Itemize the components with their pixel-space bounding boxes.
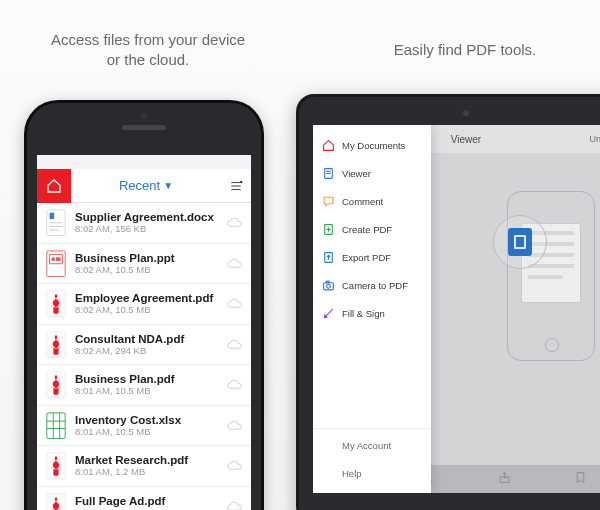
phone-device-frame: Recent ▼ Supplier Agreement.docx8:02 AM,… (24, 100, 264, 510)
file-row[interactable]: Full Page Ad.pdf8:01 AM, 10.5 MB (37, 487, 251, 511)
caption-left: Access files from your deviceor the clou… (28, 30, 268, 71)
sidebar-item-label: Comment (342, 196, 383, 207)
svg-point-11 (51, 257, 55, 261)
file-name: Employee Agreement.pdf (75, 292, 219, 304)
comment-icon (322, 195, 335, 208)
phone-statusbar (37, 155, 251, 169)
file-name: Inventory Cost.xlsx (75, 414, 219, 426)
doc-file-icon (45, 210, 67, 236)
caption-right: Easily find PDF tools. (360, 40, 570, 60)
pdf-file-icon (45, 453, 67, 479)
sidebar-item-home[interactable]: My Documents (313, 131, 431, 159)
file-name: Business Plan.ppt (75, 252, 219, 264)
cloud-icon (227, 379, 243, 390)
tablet-screen: dumentswhere n the Viewer. Fromen scroll… (313, 125, 600, 493)
sidebar-footer-item[interactable]: My Account (313, 431, 431, 459)
svg-rect-37 (326, 281, 329, 283)
sidebar-item-label: My Documents (342, 140, 405, 151)
phone-screen: Recent ▼ Supplier Agreement.docx8:02 AM,… (37, 155, 251, 510)
file-name: Consultant NDA.pdf (75, 333, 219, 345)
header-title-text: Recent (119, 178, 160, 193)
phone-camera-dot (141, 113, 148, 120)
sidebar-item-label: Viewer (342, 168, 371, 179)
file-row[interactable]: Market Research.pdf8:01 AM, 1.2 MB (37, 446, 251, 487)
sidebar-item-create[interactable]: Create PDF (313, 215, 431, 243)
sidebar-item-label: Create PDF (342, 224, 392, 235)
svg-point-3 (240, 180, 242, 182)
file-row[interactable]: Inventory Cost.xlsx8:01 AM, 10.5 MB (37, 406, 251, 447)
cloud-icon (227, 298, 243, 309)
fill-icon (322, 307, 335, 320)
sidebar-item-label: Export PDF (342, 252, 391, 263)
file-row[interactable]: Business Plan.ppt8:02 AM, 10.5 MB (37, 244, 251, 285)
cloud-icon (227, 420, 243, 431)
file-row[interactable]: Consultant NDA.pdf8:02 AM, 294 KB (37, 325, 251, 366)
file-row[interactable]: Business Plan.pdf8:01 AM, 10.5 MB (37, 365, 251, 406)
sidebar-item-comment[interactable]: Comment (313, 187, 431, 215)
tablet-device-frame: dumentswhere n the Viewer. Fromen scroll… (296, 94, 600, 510)
file-name: Business Plan.pdf (75, 373, 219, 385)
sidebar-item-viewer[interactable]: Viewer (313, 159, 431, 187)
pdf-file-icon (45, 372, 67, 398)
file-row[interactable]: Supplier Agreement.docx8:02 AM, 156 KB (37, 203, 251, 244)
cloud-icon (227, 258, 243, 269)
cloud-icon (227, 501, 243, 510)
sidebar-footer-item[interactable]: Help (313, 459, 431, 487)
file-meta: 8:01 AM, 1.2 MB (75, 466, 219, 477)
svg-rect-16 (47, 412, 65, 438)
chevron-down-icon: ▼ (163, 180, 173, 191)
home-button[interactable] (37, 169, 71, 203)
file-name: Market Research.pdf (75, 454, 219, 466)
tablet-camera-dot (463, 110, 469, 116)
svg-rect-35 (324, 282, 334, 289)
tools-sidebar: My DocumentsViewerCommentCreate PDFExpor… (313, 125, 431, 493)
sidebar-item-export[interactable]: Export PDF (313, 243, 431, 271)
files-header: Recent ▼ (37, 169, 251, 203)
cloud-icon (227, 217, 243, 228)
file-name: Full Page Ad.pdf (75, 495, 219, 507)
phone-speaker (122, 125, 166, 130)
sidebar-item-label: Fill & Sign (342, 308, 385, 319)
view-toggle-button[interactable] (221, 179, 251, 193)
svg-rect-5 (50, 213, 55, 219)
camera-icon (322, 279, 335, 292)
cloud-icon (227, 339, 243, 350)
cloud-icon (227, 460, 243, 471)
sidebar-item-label: Help (342, 468, 362, 479)
ppt-file-icon (45, 250, 67, 276)
pdf-file-icon (45, 291, 67, 317)
file-row[interactable]: Employee Agreement.pdf8:02 AM, 10.5 MB (37, 284, 251, 325)
svg-point-36 (327, 284, 331, 288)
file-name: Supplier Agreement.docx (75, 211, 219, 223)
file-meta: 8:02 AM, 294 KB (75, 345, 219, 356)
pdf-file-icon (45, 493, 67, 510)
sidebar-item-label: Camera to PDF (342, 280, 408, 291)
file-meta: 8:02 AM, 10.5 MB (75, 264, 219, 275)
file-list: Supplier Agreement.docx8:02 AM, 156 KBBu… (37, 203, 251, 510)
create-icon (322, 223, 335, 236)
file-meta: 8:02 AM, 10.5 MB (75, 304, 219, 315)
file-meta: 8:02 AM, 156 KB (75, 223, 219, 234)
xls-file-icon (45, 412, 67, 438)
sidebar-item-fill[interactable]: Fill & Sign (313, 299, 431, 327)
file-meta: 8:01 AM, 10.5 MB (75, 385, 219, 396)
svg-rect-12 (56, 257, 61, 261)
sidebar-item-label: My Account (342, 440, 391, 451)
sidebar-item-camera[interactable]: Camera to PDF (313, 271, 431, 299)
export-icon (322, 251, 335, 264)
viewer-icon (322, 167, 335, 180)
header-title-dropdown[interactable]: Recent ▼ (71, 178, 221, 193)
home-icon (322, 139, 335, 152)
pdf-file-icon (45, 331, 67, 357)
file-meta: 8:01 AM, 10.5 MB (75, 426, 219, 437)
